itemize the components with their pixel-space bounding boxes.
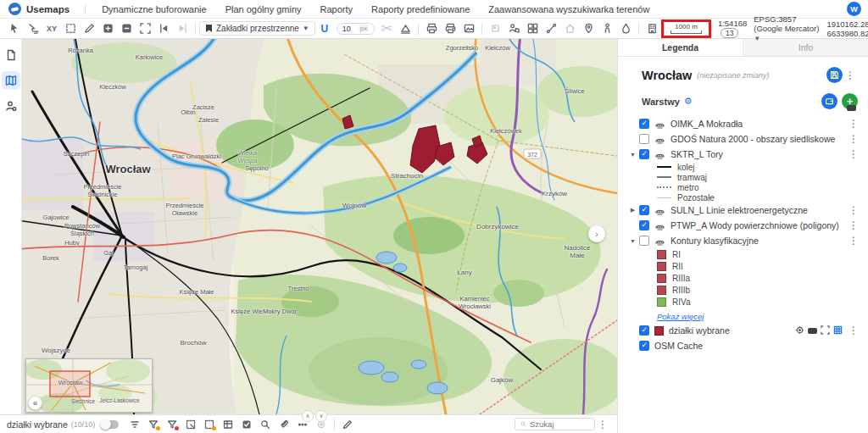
brand[interactable]: Usemaps: [0, 3, 78, 15]
scale-ratio[interactable]: 1:5416813: [718, 19, 747, 38]
search-input[interactable]: [530, 419, 589, 429]
menu-plan-ogolny-gminy[interactable]: Plan ogólny gminy: [216, 4, 311, 14]
print-icon[interactable]: [423, 20, 440, 37]
layer-checkbox[interactable]: [639, 220, 649, 230]
filter-clear-icon[interactable]: [164, 418, 180, 431]
print-advanced-icon[interactable]: [442, 20, 459, 37]
zoom-in-box-icon[interactable]: [99, 20, 116, 37]
usemaps-logo-icon: [8, 3, 21, 15]
zoom-to-selection-icon[interactable]: [258, 418, 273, 431]
snapping-magnet-icon[interactable]: U: [316, 20, 333, 37]
screenshot-icon[interactable]: [460, 20, 477, 37]
layer-menu-icon[interactable]: ⋮: [846, 325, 861, 336]
layer-row-gdos[interactable]: GDOŚ Natura 2000 - obszary siedliskowe ⋮: [618, 131, 868, 147]
layer-menu-icon[interactable]: ⋮: [846, 204, 861, 216]
selection-toggle[interactable]: [102, 420, 119, 429]
search-box[interactable]: [515, 418, 595, 430]
next-extent-icon[interactable]: [174, 20, 191, 37]
deselect-area-icon[interactable]: [202, 418, 217, 431]
save-button[interactable]: [826, 67, 843, 83]
select-features-icon[interactable]: [25, 20, 42, 37]
show-selected-only-icon[interactable]: [239, 418, 254, 431]
composition-grid-icon[interactable]: [524, 20, 541, 37]
fullscreen-layer-icon[interactable]: [821, 323, 830, 338]
full-extent-icon[interactable]: [136, 20, 153, 37]
sidebar-documents-icon[interactable]: [2, 46, 20, 64]
layer-checkbox[interactable]: [639, 119, 649, 129]
select-pointer-icon[interactable]: [6, 20, 23, 37]
gear-icon[interactable]: ⚙: [684, 96, 693, 107]
collapse-arrow-icon[interactable]: ▼: [628, 152, 637, 158]
svg-text:372: 372: [527, 152, 537, 158]
bottombar-menu-icon[interactable]: ⋮: [595, 419, 610, 430]
map-viewport[interactable]: 372 RóżankaKarłowiceZgorzeliskoKiełczówŚ…: [22, 39, 617, 414]
layer-row-ptwp[interactable]: PTWP_A Wody powierzchniowe (poligony) ⋮: [618, 218, 868, 233]
attachments-icon[interactable]: [276, 418, 292, 431]
filter-icon[interactable]: [127, 418, 142, 431]
layer-menu-icon[interactable]: ⋮: [846, 219, 861, 231]
minimap[interactable]: WrocławSiechniceJelcz-Laskowice «: [25, 358, 153, 413]
visibility-pill-icon[interactable]: [808, 328, 817, 334]
map-label: Siechnice: [71, 398, 95, 404]
draw-icon[interactable]: [81, 20, 97, 37]
select-rectangle-icon[interactable]: [62, 20, 79, 37]
show-more-link[interactable]: Pokaż więcej: [618, 310, 704, 323]
street-view-icon[interactable]: [598, 20, 615, 37]
projection-select[interactable]: EPSG:3857 (Google Mercator) ▼: [754, 14, 820, 42]
layer-library-button[interactable]: [821, 93, 837, 109]
route-icon[interactable]: [542, 20, 559, 37]
layer-row-osm-cache[interactable]: OSM Cache: [618, 338, 868, 353]
menu-raporty-predefiniowane[interactable]: Raporty predefiniowane: [362, 4, 479, 14]
profile-icon[interactable]: [397, 20, 414, 37]
layer-menu-icon[interactable]: ⋮: [846, 133, 861, 145]
layer-row-kontury[interactable]: ▼ Kontury klasyfikacyjne ⋮: [618, 233, 868, 248]
layer-row-suln[interactable]: ▶ SULN_L Linie elektroenergetyczne ⋮: [618, 203, 868, 218]
layer-checkbox[interactable]: [639, 205, 649, 215]
menu-zaawansowana-wyszukiwarka[interactable]: Zaawansowana wyszukiwarka terenów: [479, 4, 659, 14]
layer-row-dzialki-wybrane[interactable]: działki wybrane ⋮: [618, 323, 868, 338]
layer-menu-icon[interactable]: ⋮: [846, 235, 861, 247]
snapping-tolerance-input[interactable]: [342, 25, 356, 33]
spatial-bookmarks-button[interactable]: Zakładki przestrzenne ▼: [199, 21, 315, 36]
sidebar-users-icon[interactable]: [2, 97, 20, 115]
parcels-owners-icon[interactable]: [505, 20, 522, 37]
layer-checkbox[interactable]: [639, 325, 649, 336]
xy-coordinates-icon[interactable]: XY: [43, 20, 60, 37]
table-columns-icon[interactable]: [220, 418, 236, 431]
snapping-tolerance-field[interactable]: px: [337, 23, 375, 35]
location-pin-icon[interactable]: [580, 20, 597, 37]
select-area-icon[interactable]: [183, 418, 198, 431]
panel-expand-up-button[interactable]: ∧: [302, 410, 314, 422]
building-icon[interactable]: [643, 20, 660, 37]
layer-checkbox[interactable]: [639, 236, 649, 246]
previous-extent-icon[interactable]: [155, 20, 172, 37]
attribute-table-icon[interactable]: [833, 323, 843, 338]
collapse-arrow-icon[interactable]: ▼: [628, 238, 637, 244]
unsaved-changes-note: (niezapisane zmiany): [697, 71, 769, 80]
layer-row-sktr[interactable]: ▼ SKTR_L Tory ⋮: [618, 147, 868, 162]
expand-arrow-icon[interactable]: ▶: [628, 207, 637, 214]
menu-dynamiczne-buforowanie[interactable]: Dynamiczne buforowanie: [92, 4, 216, 14]
panel-collapse-handle[interactable]: ›: [588, 225, 605, 242]
image-layer-icon[interactable]: [487, 20, 504, 37]
zoom-out-box-icon[interactable]: [118, 20, 135, 37]
panel-collapse-down-button[interactable]: ∨: [315, 410, 327, 422]
layer-checkbox[interactable]: [639, 149, 649, 159]
sidebar-map-icon[interactable]: [2, 71, 20, 90]
home-icon[interactable]: [561, 20, 578, 37]
menu-raporty[interactable]: Raporty: [311, 4, 363, 14]
layer-menu-icon[interactable]: ⋮: [846, 148, 861, 160]
cut-icon[interactable]: ✂: [378, 20, 395, 37]
visibility-pill-icon[interactable]: [847, 105, 856, 111]
layer-menu-icon[interactable]: ⋮: [846, 118, 861, 130]
legend-item-kolej: kolej: [618, 162, 868, 172]
zoom-to-layer-icon[interactable]: [795, 323, 804, 338]
layer-row-oimk[interactable]: OIMK_A Mokradła ⋮: [618, 116, 868, 131]
layer-checkbox[interactable]: [639, 134, 649, 144]
filter-selected-icon[interactable]: [146, 418, 161, 431]
composition-menu-icon[interactable]: ⋮: [843, 69, 858, 81]
minimap-collapse-button[interactable]: «: [28, 396, 42, 410]
hydrant-drop-icon[interactable]: [617, 20, 634, 37]
edit-icon[interactable]: [340, 418, 355, 431]
layer-checkbox[interactable]: [639, 341, 649, 351]
